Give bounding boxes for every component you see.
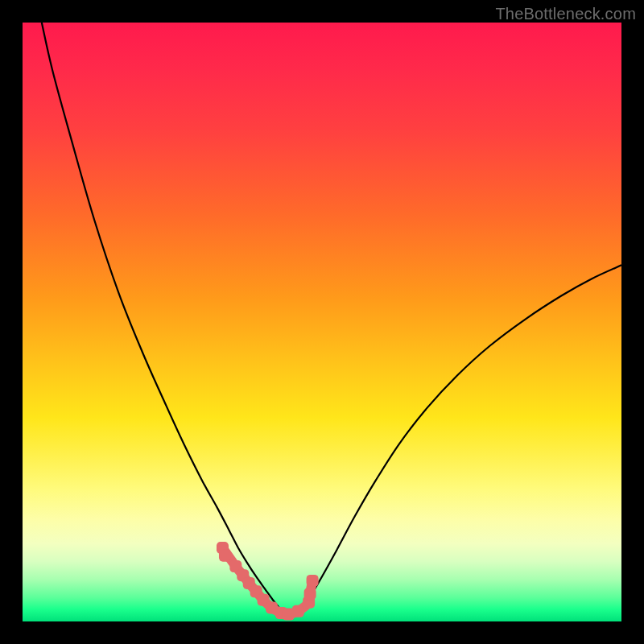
series-right-branch (298, 265, 621, 609)
plot-area (23, 23, 621, 621)
chart-overlay (23, 23, 621, 621)
valley-marker (304, 588, 316, 600)
valley-marker (219, 550, 231, 562)
series-left-branch (42, 23, 280, 609)
watermark-text: TheBottleneck.com (495, 5, 636, 23)
valley-marker (307, 575, 319, 587)
outer-frame: TheBottleneck.com (0, 0, 644, 644)
valley-marker (292, 605, 304, 617)
